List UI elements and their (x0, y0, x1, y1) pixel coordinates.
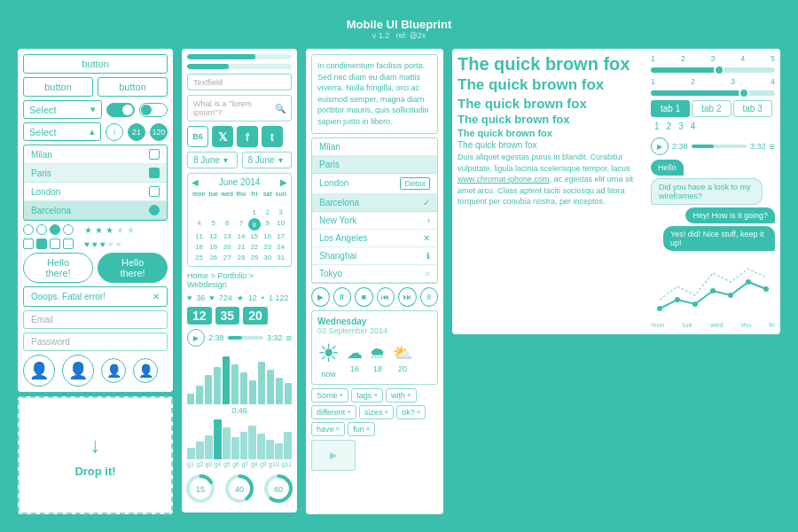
cal-day-21[interactable]: 21 (235, 242, 247, 252)
tag-close-icon[interactable]: × (340, 391, 344, 399)
list-item-milan[interactable]: Milan (24, 145, 167, 164)
close-icon[interactable]: ✕ (153, 292, 160, 301)
list-item-london[interactable]: London (24, 183, 167, 201)
list-item-barcelona[interactable]: Barcelona (24, 201, 167, 220)
cal-day-29[interactable]: 29 (248, 253, 261, 262)
tab-2[interactable]: tab 2 (692, 100, 731, 117)
hello-btn-filled[interactable]: Hello there! (98, 253, 168, 283)
date-drop-1[interactable]: 8 June ▾ (187, 152, 238, 168)
audio-track[interactable] (228, 336, 264, 340)
tag-some[interactable]: Some× (311, 388, 348, 403)
facebook-icon[interactable]: f (237, 126, 258, 147)
cal-day-30[interactable]: 30 (262, 253, 274, 262)
radio-4[interactable] (63, 224, 74, 235)
close-la-icon[interactable]: ✕ (423, 233, 430, 243)
play-btn-2[interactable]: ▶ (651, 137, 669, 155)
cal-day-22[interactable]: 22 (248, 242, 261, 252)
cal-day-31[interactable]: 31 (275, 253, 287, 262)
media-prev-btn[interactable]: ⏮ (377, 287, 395, 307)
tag-close-icon-5[interactable]: × (385, 408, 389, 416)
cal-day-28[interactable]: 28 (235, 253, 247, 262)
radio-3[interactable] (50, 224, 60, 235)
radio-2[interactable] (36, 224, 47, 235)
check-4[interactable] (63, 239, 74, 249)
city-shanghai[interactable]: Shanghai ℹ (312, 247, 437, 265)
cal-day-13[interactable]: 13 (220, 231, 234, 241)
city-barcelona[interactable]: Barcelona ✓ (312, 194, 437, 212)
twitter-icon[interactable]: 𝕏 (212, 126, 233, 147)
cal-day-10[interactable]: 10 (275, 218, 287, 231)
drop-zone[interactable]: ↓ Drop it! (18, 396, 173, 514)
cal-day-2[interactable]: 2 (262, 207, 274, 217)
city-losangeles[interactable]: Los Angeles ✕ (312, 230, 437, 247)
tag-close-icon-2[interactable]: × (373, 391, 378, 399)
search-box[interactable]: What is a "lorem ipsum"? 🔍 (187, 95, 292, 121)
cal-day-14[interactable]: 14 (235, 231, 247, 241)
tag-have[interactable]: have× (311, 422, 345, 436)
cal-day-12[interactable]: 12 (207, 231, 220, 241)
tag-fun[interactable]: fun× (348, 422, 375, 436)
password-field[interactable]: Password (23, 332, 168, 351)
email-field[interactable]: Email (23, 310, 168, 329)
hello-btn-outline[interactable]: Hello there! (23, 253, 93, 283)
tab-3[interactable]: tab 3 (733, 100, 772, 117)
tag-close-icon-3[interactable]: × (407, 391, 411, 399)
toggle-on[interactable] (106, 103, 135, 117)
cal-day-1[interactable]: 1 (248, 207, 261, 217)
textfield[interactable]: Textfield (187, 74, 292, 90)
calendar-next[interactable]: ▶ (280, 177, 287, 187)
tag-close-icon-8[interactable]: × (366, 425, 371, 433)
tag-close-icon-4[interactable]: × (347, 408, 351, 416)
tag-close-icon-6[interactable]: × (417, 408, 421, 416)
play-button[interactable]: ▶ (187, 329, 205, 347)
media-vol-btn[interactable]: 8 (420, 287, 439, 307)
cal-day-20[interactable]: 20 (220, 242, 234, 252)
media-stop-btn[interactable]: ■ (355, 287, 373, 307)
list-item-paris[interactable]: Paris (24, 164, 167, 183)
cal-day-15[interactable]: 15 (248, 231, 261, 241)
cal-day-23[interactable]: 23 (262, 242, 274, 252)
cal-day-16[interactable]: 16 (262, 231, 274, 241)
cal-day-4[interactable]: 4 (192, 218, 207, 231)
city-paris[interactable]: Paris (312, 156, 437, 174)
cal-day-24[interactable]: 24 (275, 242, 287, 252)
cal-day-25[interactable]: 25 (192, 253, 207, 262)
city-tokyo[interactable]: Tokyo ○ (312, 265, 437, 283)
tag-different[interactable]: different× (311, 405, 356, 419)
tag-ok[interactable]: ok?× (396, 405, 426, 419)
cal-day-6[interactable]: 6 (220, 218, 234, 231)
slider-1-thumb[interactable] (714, 65, 724, 75)
toggle-off[interactable] (139, 103, 168, 117)
tag-with[interactable]: with× (386, 388, 417, 403)
media-play-btn[interactable]: ▶ (311, 287, 330, 307)
slider-1-track[interactable] (651, 67, 775, 73)
check-1[interactable] (23, 239, 34, 249)
city-milan[interactable]: Milan (312, 138, 437, 156)
button-primary[interactable]: button (23, 54, 168, 74)
cal-day-7[interactable]: 7 (235, 218, 247, 231)
cal-day-5[interactable]: 5 (207, 218, 220, 231)
tab-1[interactable]: tab 1 (651, 100, 690, 117)
city-newyork[interactable]: New York › (312, 212, 437, 230)
button-secondary-2[interactable]: button (98, 77, 168, 97)
cal-day-19[interactable]: 19 (207, 242, 220, 252)
cal-day-17[interactable]: 17 (275, 231, 287, 241)
select-dropdown-1[interactable]: Select▾ (23, 100, 102, 119)
cal-day-18[interactable]: 18 (192, 242, 207, 252)
body-link[interactable]: www.chromat-iphone.com (458, 175, 550, 184)
tag-tags[interactable]: tags× (351, 388, 383, 403)
cal-day-9[interactable]: 9 (262, 218, 274, 231)
cal-day-11[interactable]: 11 (192, 231, 207, 241)
slider-2-track[interactable] (651, 90, 775, 96)
check-3[interactable] (50, 239, 60, 249)
tumblr-icon[interactable]: t (262, 126, 283, 147)
cal-day-8-today[interactable]: 8 (248, 218, 261, 231)
city-london[interactable]: London Detox (312, 174, 437, 194)
media-skip-btn[interactable]: ⏭ (398, 287, 417, 307)
tag-close-icon-7[interactable]: × (336, 425, 340, 433)
tag-sizes[interactable]: sizes× (359, 405, 394, 419)
date-drop-2[interactable]: 8 June ▾ (242, 152, 293, 168)
radio-1[interactable] (23, 224, 34, 235)
select-dropdown-2[interactable]: Select▴ (23, 122, 101, 141)
calendar-prev[interactable]: ◀ (192, 177, 199, 187)
